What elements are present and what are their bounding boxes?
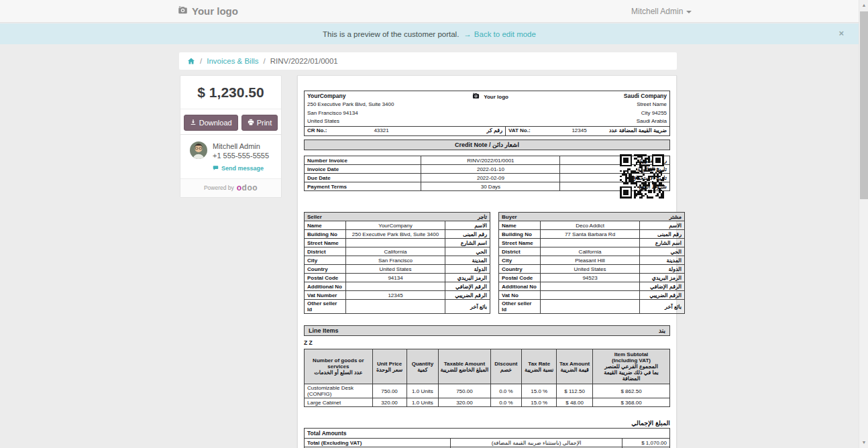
preview-banner-text: This is a preview of the customer portal… — [323, 30, 459, 38]
seller-address-block: YourCompany 250 Executive Park Blvd, Sui… — [305, 91, 422, 127]
line-items-column-header: Unit Price سعر الوحدة — [372, 349, 406, 384]
breadcrumb-current: RINV/2022/01/0001 — [270, 57, 338, 65]
amount-due: $ 1,230.50 — [180, 76, 281, 109]
line-items-column-header: Tax Amount قيمة الضريبة — [557, 349, 593, 384]
contact-card: Mitchell Admin +1 555-555-5555 Send mess… — [180, 134, 282, 198]
seller-row: District California الحي — [305, 247, 490, 256]
powered-by-label: Powered by — [204, 184, 234, 191]
buyer-table: Buyerمشتر Name Deco Addict الاسم Buildin… — [498, 212, 685, 314]
line-item-row: Large Cabinet 320.00 1.0 Units 320.00 0.… — [305, 398, 670, 407]
user-menu-label: Mitchell Admin — [631, 7, 683, 16]
invoice-info-row: Due Date 2022-02-09 تاريخ الاستحقاق — [305, 174, 670, 182]
line-items-column-header: Taxable Amount المبلغ الخاضع للضريبة — [439, 349, 490, 384]
send-message-link[interactable]: Send message — [180, 162, 281, 178]
contact-name: Mitchell Admin — [213, 142, 269, 152]
scrollbar-thumb[interactable] — [860, 11, 868, 199]
totals-title-ar: المبلغ الإجمالي — [304, 419, 670, 427]
buyer-row: City Pleasant Hill المدينة — [499, 256, 685, 265]
buyer-row: Name Deco Addict الاسم — [499, 221, 685, 230]
buyer-row: Other seller Id بائع آخر — [499, 300, 685, 314]
invoice-info-table: Number Invoice RINV/2022/01/0001 رقم الف… — [304, 156, 670, 191]
buyer-title: Buyer — [502, 214, 517, 220]
totals-table: Total Amounts Total (Excluding VAT) الإج… — [304, 428, 670, 448]
avatar — [190, 142, 207, 159]
download-icon — [190, 119, 197, 127]
scroll-up-arrow[interactable]: ▲ — [859, 0, 868, 11]
buyer-row: Vat No الرقم الضريبي — [499, 291, 685, 300]
invoice-logo-label: Your logo — [484, 94, 508, 100]
buyer-row: District California الحي — [499, 247, 685, 256]
odoo-logo[interactable]: odoo — [237, 183, 258, 192]
send-message-label: Send message — [221, 165, 264, 172]
site-logo-label: Your logo — [192, 5, 238, 17]
cr-label: CR No.: — [305, 127, 341, 136]
seller-row: Vat Number 12345 الرقم الضريبي — [305, 291, 490, 300]
scroll-down-arrow[interactable]: ▼ — [859, 437, 868, 448]
seller-table: Sellerتاجر Name YourCompany الاسم Buildi… — [304, 212, 490, 314]
line-items-column-header: Number of goods or services عدد السلع أو… — [305, 349, 373, 384]
buyer-address-block: Saudi Company Street Name City 94255 Sau… — [559, 91, 670, 127]
vat-value: 12345 — [559, 127, 600, 136]
buyer-row: Additional No الرقم الإضافي — [499, 282, 685, 291]
buyer-row: Building No 77 Santa Barbara Rd رقم المب… — [499, 230, 685, 239]
buyer-title-ar: مشتر — [669, 214, 682, 220]
chevron-down-icon — [686, 11, 692, 13]
printer-icon — [248, 119, 254, 127]
cr-value: 43321 — [341, 127, 422, 136]
banner-close-icon[interactable]: × — [838, 28, 844, 38]
totals-section: المبلغ الإجمالي Total Amounts Total (Exc… — [304, 419, 670, 448]
vat-label-ar: ضريبة القيمة المضافة عدد — [600, 127, 670, 136]
top-navbar: Your logo Mitchell Admin — [0, 0, 868, 23]
totals-row: Total (Excluding VAT) الإجمالي (باستثناء… — [305, 439, 670, 447]
vertical-scrollbar[interactable]: ▲ ▼ — [859, 0, 868, 448]
line-items-column-header: Quantity كمية — [406, 349, 439, 384]
totals-title: Total Amounts — [305, 429, 670, 439]
vat-label: VAT No.: — [506, 127, 559, 136]
site-logo[interactable]: Your logo — [178, 5, 238, 17]
seller-row: Building No 250 Executive Park Blvd, Sui… — [305, 230, 490, 239]
buyer-row: Postal Code 94523 الرمز البريدي — [499, 274, 685, 282]
seller-row: Name YourCompany الاسم — [305, 221, 490, 230]
invoice-document: YourCompany 250 Executive Park Blvd, Sui… — [297, 75, 677, 448]
invoice-info-row: Number Invoice RINV/2022/01/0001 رقم الف… — [305, 156, 670, 165]
seller-title-ar: تاجر — [478, 214, 487, 220]
line-items-note: Z Z — [304, 339, 670, 346]
seller-row: City San Francisco المدينة — [305, 256, 490, 265]
seller-company-name: YourCompany — [307, 92, 419, 101]
line-item-row: Customizable Desk (CONFIG) 750.00 1.0 Un… — [305, 384, 670, 398]
document-actions: Download Print — [180, 109, 281, 137]
arrow-right-icon: → — [464, 30, 472, 38]
breadcrumb: / Invoices & Bills / RINV/2022/01/0001 — [179, 52, 677, 70]
buyer-row: Street Name اسم الشارع — [499, 239, 685, 247]
camera-icon — [178, 5, 188, 17]
seller-row: Additional No الرقم الإضافي — [305, 282, 490, 291]
breadcrumb-invoices-link[interactable]: Invoices & Bills — [207, 57, 258, 65]
chat-bubble-icon — [213, 165, 219, 172]
breadcrumb-separator: / — [264, 57, 266, 65]
line-items-table: Number of goods or services عدد السلع أو… — [304, 349, 670, 407]
preview-banner: This is a preview of the customer portal… — [0, 23, 859, 44]
download-button-label: Download — [199, 119, 232, 127]
camera-icon — [472, 94, 482, 100]
invoice-header-table: YourCompany 250 Executive Park Blvd, Sui… — [304, 91, 670, 136]
download-button[interactable]: Download — [184, 115, 238, 131]
invoice-info-section: Number Invoice RINV/2022/01/0001 رقم الف… — [304, 156, 670, 201]
print-button-label: Print — [257, 119, 272, 127]
home-icon[interactable] — [187, 57, 195, 65]
seller-row: Other seller Id بائع آخر — [305, 300, 490, 314]
contact-phone: +1 555-555-5555 — [213, 152, 269, 160]
invoice-logo: Your logo — [422, 91, 559, 127]
breadcrumb-separator: / — [200, 57, 202, 65]
buyer-row: Country United States الدولة — [499, 265, 685, 274]
line-items-column-header: Discount خصم — [490, 349, 522, 384]
line-items-header-row: Number of goods or services عدد السلع أو… — [305, 349, 670, 384]
powered-by: Powered by odoo — [180, 178, 281, 197]
print-button[interactable]: Print — [241, 115, 278, 131]
line-items-column-header: Tax Rate نسبة الضريبة — [522, 349, 557, 384]
seller-title: Seller — [307, 214, 322, 220]
amount-card: $ 1,230.50 Download Print — [180, 75, 282, 137]
user-menu[interactable]: Mitchell Admin — [631, 7, 692, 16]
back-to-edit-link[interactable]: Back to edit mode — [474, 30, 536, 38]
parties-section: Sellerتاجر Name YourCompany الاسم Buildi… — [304, 212, 670, 314]
cr-vat-row: CR No.: 43321 رقم كر VAT No.: 12345 ضريب… — [305, 127, 670, 136]
